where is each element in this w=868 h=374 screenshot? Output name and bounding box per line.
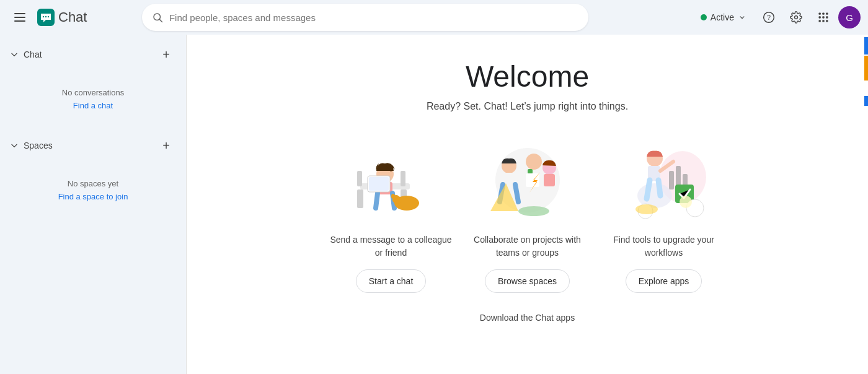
spaces-section-header-left: Spaces [10, 141, 53, 150]
download-chat-apps-text: Download the Chat apps [480, 313, 575, 323]
svg-point-39 [518, 206, 549, 216]
start-chat-illustration [339, 137, 444, 224]
svg-rect-38 [544, 174, 555, 186]
spaces-section-header[interactable]: Spaces + [0, 131, 186, 160]
right-accent-orange [864, 56, 868, 80]
explore-apps-card: Find tools to upgrade your workflows Exp… [602, 137, 726, 293]
spaces-empty-text: No spaces yet [10, 179, 176, 188]
explore-apps-button[interactable]: Explore apps [626, 269, 702, 293]
svg-rect-13 [826, 16, 828, 18]
search-input[interactable] [169, 12, 578, 23]
svg-point-29 [391, 194, 395, 199]
svg-rect-10 [826, 13, 828, 15]
right-accent-blue-bottom [864, 96, 868, 106]
svg-point-51 [636, 204, 658, 214]
status-label: Active [711, 12, 734, 22]
chat-section: Chat + No conversations Find a chat [0, 40, 186, 121]
svg-rect-21 [401, 171, 405, 186]
right-accent-blue-top [864, 37, 868, 54]
svg-rect-15 [822, 20, 824, 22]
svg-point-3 [48, 16, 49, 17]
svg-point-2 [45, 16, 46, 17]
grid-icon [817, 11, 830, 24]
svg-rect-9 [822, 13, 824, 15]
chat-section-title: Chat [24, 50, 42, 59]
start-chat-description: Send a message to a colleague or friend [329, 233, 453, 259]
svg-rect-25 [369, 177, 389, 191]
gear-icon [790, 11, 802, 24]
explore-apps-description: Find tools to upgrade your workflows [602, 233, 726, 259]
spaces-empty-state: No spaces yet Find a space to join [0, 160, 186, 212]
start-chat-card: Send a message to a colleague or friend … [329, 137, 453, 293]
avatar[interactable]: G [838, 6, 861, 28]
svg-line-5 [159, 19, 162, 22]
spaces-section-title: Spaces [24, 141, 53, 150]
browse-spaces-description: Collaborate on projects with teams or gr… [466, 233, 590, 259]
add-space-button[interactable]: + [156, 136, 176, 155]
status-button[interactable]: Active [693, 9, 754, 26]
svg-point-50 [680, 196, 692, 208]
svg-rect-14 [818, 20, 820, 22]
chat-section-header[interactable]: Chat + [0, 40, 186, 69]
find-space-link[interactable]: Find a space to join [58, 192, 128, 201]
chat-empty-text: No conversations [10, 88, 176, 97]
cards-container: Send a message to a colleague or friend … [329, 137, 726, 293]
content-area: Welcome Ready? Set. Chat! Let’s jump rig… [186, 35, 868, 374]
sidebar: Chat + No conversations Find a chat Spac… [0, 35, 186, 374]
svg-point-34 [526, 154, 542, 170]
search-bar[interactable] [142, 4, 588, 31]
settings-button[interactable] [784, 5, 808, 30]
apps-grid-button[interactable] [811, 5, 836, 30]
svg-rect-11 [818, 16, 820, 18]
svg-rect-16 [826, 20, 828, 22]
browse-spaces-button[interactable]: Browse spaces [485, 269, 570, 293]
hamburger-menu-button[interactable] [7, 5, 32, 30]
browse-spaces-illustration [475, 137, 580, 224]
main-layout: Chat + No conversations Find a chat Spac… [0, 35, 868, 374]
status-dot-icon [701, 14, 707, 20]
welcome-subtitle: Ready? Set. Chat! Let’s jump right into … [427, 101, 628, 112]
app-logo[interactable]: Chat [37, 9, 87, 26]
svg-rect-8 [818, 13, 820, 15]
topbar-right-actions: Active ? G [693, 5, 861, 30]
chat-empty-state: No conversations Find a chat [0, 69, 186, 121]
chat-chevron-icon [10, 50, 19, 59]
svg-rect-18 [357, 189, 363, 208]
spaces-chevron-icon [10, 141, 19, 150]
help-icon: ? [763, 11, 775, 24]
search-icon [152, 12, 163, 23]
browse-spaces-card: Collaborate on projects with teams or gr… [466, 137, 590, 293]
svg-rect-35 [528, 169, 533, 174]
svg-rect-12 [822, 16, 824, 18]
svg-rect-20 [357, 171, 362, 186]
add-chat-button[interactable]: + [156, 45, 176, 64]
hamburger-icon [14, 13, 25, 22]
start-chat-button[interactable]: Start a chat [356, 269, 427, 293]
explore-apps-illustration [611, 137, 717, 224]
chat-logo-icon [37, 9, 55, 26]
svg-rect-44 [669, 171, 674, 189]
help-button[interactable]: ? [756, 5, 781, 30]
app-title-label: Chat [58, 9, 87, 25]
welcome-title: Welcome [466, 59, 589, 94]
topbar: Chat Active ? G [0, 0, 868, 35]
spaces-section: Spaces + No spaces yet Find a space to j… [0, 131, 186, 212]
svg-point-1 [43, 16, 44, 17]
svg-text:?: ? [767, 14, 771, 21]
chevron-down-icon [738, 13, 746, 22]
find-chat-link[interactable]: Find a chat [73, 101, 113, 110]
chat-section-header-left: Chat [10, 50, 42, 59]
